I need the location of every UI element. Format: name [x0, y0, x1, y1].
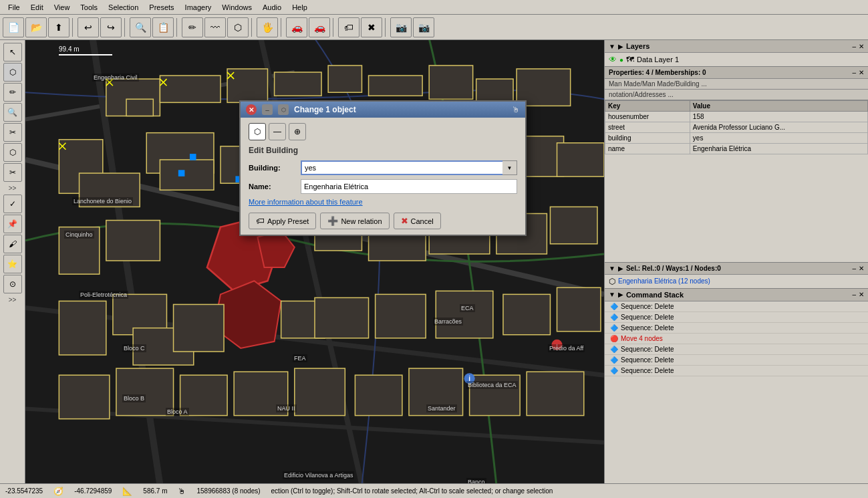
props-row-1[interactable]: streetAvenida Professor Luciano G... — [605, 122, 868, 133]
collapse-sel-icon[interactable]: ▼ — [609, 265, 615, 272]
layer-name[interactable]: Data Layer 1 — [637, 55, 679, 64]
dialog-close-button[interactable]: ✕ — [246, 104, 257, 115]
menu-windows[interactable]: Windows — [216, 2, 257, 13]
menu-file[interactable]: File — [3, 2, 25, 13]
imagery-2[interactable]: 📷 — [413, 17, 434, 37]
svg-text:i: i — [468, 375, 470, 382]
sel-item-name[interactable]: Engenharia Elétrica (12 nodes) — [618, 277, 710, 285]
car-tool-1[interactable]: 🚗 — [286, 17, 307, 37]
selection-title: Sel.: Rel.:0 / Ways:1 / Nodes:0 — [626, 265, 721, 272]
new-button[interactable]: 📄 — [3, 17, 24, 37]
sel-minimize-icon[interactable]: – — [852, 265, 856, 272]
draw-node[interactable]: ✏ — [182, 17, 203, 37]
cmd-item-5[interactable]: 🔷Sequence: Delete — [605, 355, 868, 366]
menu-help[interactable]: Help — [287, 2, 313, 13]
cancel-button[interactable]: ✖ Cancel — [394, 213, 441, 229]
cmd-label-5: Sequence: Delete — [621, 356, 674, 364]
props-close-icon[interactable]: ✕ — [859, 69, 864, 76]
sel-close-icon[interactable]: ✕ — [859, 265, 864, 272]
cmd-icon-6: 🔷 — [610, 367, 618, 374]
compass-icon: 🧭 — [53, 487, 63, 496]
zoom-button[interactable]: 🔍 — [130, 17, 151, 37]
dialog-tab-1[interactable]: ⬡ — [249, 123, 266, 140]
map-area[interactable]: i ! 99.4 m Engenharia Civil Lanchonete d… — [25, 40, 604, 483]
svg-rect-44 — [376, 294, 426, 338]
layers-minimize-icon[interactable]: – — [852, 43, 856, 50]
circle-tool[interactable]: ⊙ — [3, 275, 22, 293]
menu-selection[interactable]: Selection — [103, 2, 144, 13]
redo-button[interactable]: ↪ — [100, 17, 122, 37]
cut-lt[interactable]: ✂ — [3, 163, 22, 182]
menu-view[interactable]: View — [49, 2, 76, 13]
menubar: File Edit View Tools Selection Presets I… — [0, 0, 868, 15]
apply-preset-button[interactable]: 🏷 Apply Preset — [249, 213, 316, 229]
menu-edit[interactable]: Edit — [25, 2, 49, 13]
undo-button[interactable]: ↩ — [78, 17, 99, 37]
building-input[interactable]: yes — [301, 160, 502, 175]
more-tools-2[interactable]: >> — [7, 295, 18, 305]
layers-title: Layers — [626, 42, 649, 50]
cmd-label-6: Sequence: Delete — [621, 367, 674, 374]
check-tool[interactable]: ✓ — [3, 195, 22, 213]
building-dropdown-button[interactable]: ▼ — [502, 160, 517, 175]
dialog-minimize-button[interactable]: – — [262, 104, 273, 115]
cmd-item-2[interactable]: 🔷Sequence: Delete — [605, 323, 868, 334]
cmd-item-1[interactable]: 🔷Sequence: Delete — [605, 312, 868, 323]
svg-rect-45 — [436, 291, 493, 338]
delete-lt[interactable]: ✂ — [3, 123, 22, 142]
menu-audio[interactable]: Audio — [257, 2, 287, 13]
zoom-lt[interactable]: 🔍 — [3, 103, 22, 122]
more-tools[interactable]: >> — [7, 183, 18, 193]
car-tool-2[interactable]: 🚗 — [309, 17, 330, 37]
cmd-icon-5: 🔷 — [610, 356, 618, 364]
cancel-label: Cancel — [411, 217, 434, 225]
pin-tool[interactable]: 📌 — [3, 215, 22, 233]
new-relation-button[interactable]: ➕ New relation — [320, 213, 389, 229]
draw-area[interactable]: ⬡ — [227, 17, 249, 37]
star-tool[interactable]: ⭐ — [3, 255, 22, 273]
paint-tool[interactable]: 🖌 — [3, 235, 22, 253]
dialog-tab-2[interactable]: — — [269, 123, 286, 140]
upload-button[interactable]: ⬆ — [48, 17, 69, 37]
cmd-item-0[interactable]: 🔷Sequence: Delete — [605, 301, 868, 312]
imagery-1[interactable]: 📷 — [390, 17, 412, 37]
layer-eye-icon[interactable]: 👁 — [609, 55, 617, 64]
toolbar-sep-1 — [72, 18, 75, 37]
delete-button[interactable]: ✖ — [361, 17, 382, 37]
move-tool[interactable]: 🖐 — [257, 17, 278, 37]
info-button[interactable]: 📋 — [152, 17, 174, 37]
props-row-3[interactable]: nameEngenharia Elétrica — [605, 144, 868, 154]
props-minimize-icon[interactable]: – — [852, 69, 856, 76]
cmd-icon-4: 🔷 — [610, 346, 618, 353]
menu-tools[interactable]: Tools — [75, 2, 103, 13]
menu-imagery[interactable]: Imagery — [180, 2, 217, 13]
edit-tool[interactable]: ✏ — [3, 83, 22, 102]
change-dialog[interactable]: ✕ – ⬡ Change 1 object 🖱 ⬡ — ⊕ — [239, 100, 527, 236]
menu-presets[interactable]: Presets — [144, 2, 179, 13]
layers-close-icon[interactable]: ✕ — [859, 43, 864, 50]
command-list[interactable]: 🔷Sequence: Delete🔷Sequence: Delete🔷Seque… — [605, 301, 868, 484]
cmd-close-icon[interactable]: ✕ — [859, 291, 864, 298]
props-row-2[interactable]: buildingyes — [605, 133, 868, 144]
cmd-item-6[interactable]: 🔷Sequence: Delete — [605, 366, 868, 376]
dialog-tab-3[interactable]: ⊕ — [289, 123, 306, 140]
cmd-item-3[interactable]: 🔴Move 4 nodes — [605, 334, 868, 344]
collapse-layers-icon[interactable]: ▼ — [609, 43, 615, 50]
cmd-minimize-icon[interactable]: – — [852, 291, 856, 298]
name-input[interactable]: Engenharia Elétrica — [301, 179, 517, 194]
dialog-detach-button[interactable]: ⬡ — [278, 104, 289, 115]
open-button[interactable]: 📂 — [25, 17, 47, 37]
select-tool[interactable]: ↖ — [3, 43, 22, 61]
collapse-cmd-icon[interactable]: ▼ — [609, 291, 615, 298]
area-lt[interactable]: ⬡ — [3, 143, 22, 162]
tag-button[interactable]: 🏷 — [338, 17, 359, 37]
props-value-2: yes — [690, 133, 867, 144]
draw-way[interactable]: 〰 — [204, 17, 226, 37]
node-tool[interactable]: ⬡ — [3, 63, 22, 82]
props-row-0[interactable]: housenumber158 — [605, 112, 868, 122]
layers-section: ▼ ▶ Layers – ✕ 👁 ● 🗺 Data Layer 1 — [605, 40, 868, 67]
svg-rect-46 — [503, 294, 550, 334]
more-info-link[interactable]: More information about this feature — [249, 198, 517, 206]
svg-rect-10 — [227, 69, 267, 102]
cmd-item-4[interactable]: 🔷Sequence: Delete — [605, 344, 868, 355]
